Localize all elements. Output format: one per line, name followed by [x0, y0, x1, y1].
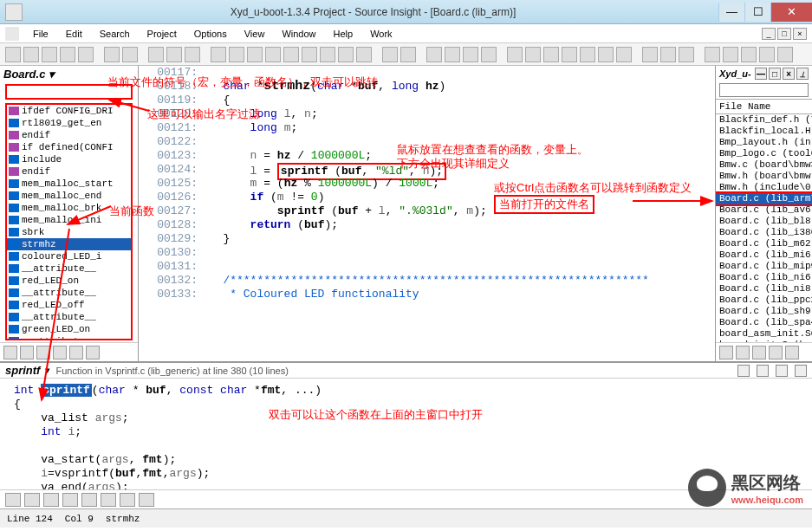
symbol-item[interactable]: __attribute__	[7, 287, 131, 299]
tool-g-icon[interactable]	[320, 47, 335, 62]
file-item[interactable]: Bmp_logo.c (tool6	[716, 148, 812, 159]
footer-btn-2[interactable]	[20, 346, 34, 359]
menu-search[interactable]: Search	[93, 27, 137, 41]
menu-file[interactable]: File	[26, 27, 55, 41]
tool-o-icon[interactable]	[580, 47, 595, 62]
file-panel-pin[interactable]: ⟂	[796, 68, 809, 80]
file-item[interactable]: Board.c (lib_sh9	[716, 306, 812, 317]
tool-find-icon[interactable]	[356, 47, 372, 62]
tool-s2-icon[interactable]	[723, 47, 738, 62]
tool-m-icon[interactable]	[543, 47, 559, 62]
footer-btn-5[interactable]	[69, 346, 83, 359]
footer-btn-6[interactable]	[86, 346, 100, 359]
file-item[interactable]: board_asm_init.S6	[716, 328, 812, 340]
file-panel-close[interactable]: ×	[783, 68, 795, 80]
tool-q2-icon[interactable]	[660, 47, 676, 62]
context-dropdown-icon[interactable]: ▾	[45, 365, 50, 376]
minimize-button[interactable]: —	[718, 3, 744, 22]
footer-btn-4[interactable]	[53, 346, 67, 359]
menu-options[interactable]: Options	[187, 27, 234, 41]
file-item[interactable]: Board.c (lib_i386	[716, 227, 812, 238]
footer-btn-3[interactable]	[36, 346, 50, 359]
tool-q1-icon[interactable]	[642, 47, 658, 62]
tool-j-icon[interactable]	[400, 47, 416, 62]
cf-btn-4[interactable]	[62, 493, 78, 507]
tool-d-icon[interactable]	[265, 47, 281, 62]
menu-window[interactable]: Window	[275, 27, 322, 41]
rf-btn-5[interactable]	[785, 346, 799, 359]
tool-up-icon[interactable]	[463, 47, 478, 62]
symbol-item[interactable]: endif	[7, 165, 131, 178]
file-item[interactable]: Board.c (lib_mip9	[716, 261, 812, 272]
symbol-item[interactable]: red_LED_off	[7, 299, 131, 311]
tool-b-icon[interactable]	[229, 47, 244, 62]
symbol-item[interactable]: __attribute__	[7, 335, 131, 340]
tool-close-icon[interactable]	[78, 47, 94, 62]
tool-back-icon[interactable]	[426, 47, 442, 62]
symbol-list[interactable]: ifdef CONFIG_DRIrtl8019_get_enendifif de…	[5, 103, 133, 340]
tool-about-icon[interactable]	[777, 47, 793, 62]
file-item[interactable]: Bmw.h (include\0	[716, 182, 812, 193]
symbol-item[interactable]: __attribute__	[7, 311, 131, 323]
tool-print-icon[interactable]	[104, 47, 120, 62]
ctx-btn-2[interactable]	[757, 365, 769, 377]
dropdown-icon[interactable]: ▾	[49, 68, 59, 81]
file-item[interactable]: Bmw.h (board\bmw)	[716, 171, 812, 182]
cf-btn-7[interactable]	[120, 493, 135, 507]
symbol-item[interactable]: coloured_LED_i	[7, 250, 131, 262]
symbol-item[interactable]: mem_malloc_brk	[7, 202, 131, 214]
file-item[interactable]: Board.c (lib_arm7	[716, 193, 812, 204]
symbol-item[interactable]: mem_malloc_end	[7, 190, 131, 202]
file-item[interactable]: Board.c (lib_av6	[716, 204, 812, 216]
ctx-btn-3[interactable]	[776, 365, 788, 377]
symbol-item[interactable]: include	[7, 153, 131, 165]
rf-btn-2[interactable]	[736, 346, 750, 359]
file-panel-max[interactable]: □	[769, 68, 781, 80]
file-item[interactable]: Bmp_layout.h (in	[716, 137, 812, 148]
tool-copy-icon[interactable]	[166, 47, 182, 62]
symbol-item[interactable]: ifdef CONFIG_DRI	[7, 105, 131, 117]
menu-view[interactable]: View	[237, 27, 272, 41]
tool-cut-icon[interactable]	[148, 47, 164, 62]
tool-k-icon[interactable]	[507, 47, 523, 62]
tool-n-icon[interactable]	[562, 47, 577, 62]
file-list[interactable]: Blackfin_def.h (7Blackfin_local.HBmp_lay…	[716, 114, 812, 342]
symbol-item[interactable]: green_LED_on	[7, 323, 131, 335]
code-content[interactable]: char *strmhz(char *buf, long hz) { long …	[203, 66, 715, 361]
menu-project[interactable]: Project	[140, 27, 184, 41]
ctx-btn-1[interactable]	[737, 365, 750, 377]
file-item[interactable]: Board.c (lib_mi6	[716, 249, 812, 261]
symbol-item[interactable]: red_LED_on	[7, 275, 131, 287]
mdi-close[interactable]: ×	[793, 28, 807, 40]
tool-e-icon[interactable]	[283, 47, 299, 62]
cf-btn-3[interactable]	[43, 493, 59, 507]
symbol-item[interactable]: if defined(CONFI	[7, 141, 131, 153]
file-item[interactable]: Blackfin_def.h (7	[716, 114, 812, 126]
menu-help[interactable]: Help	[327, 27, 361, 41]
symbol-item[interactable]: __attribute__	[7, 262, 131, 275]
tool-l-icon[interactable]	[525, 47, 541, 62]
file-item[interactable]: Board.c (lib_spa4	[716, 317, 812, 328]
file-item[interactable]: Board.c (lib_m62	[716, 238, 812, 249]
rf-btn-3[interactable]	[752, 346, 766, 359]
tool-r-icon[interactable]	[616, 47, 632, 62]
tool-open-icon[interactable]	[23, 47, 39, 62]
cf-btn-6[interactable]	[101, 493, 116, 507]
tool-q3-icon[interactable]	[679, 47, 694, 62]
file-item[interactable]: Board.c (lib_bl8	[716, 216, 812, 227]
code-editor[interactable]: 00117:00118:00119:00120:00121:00122:0012…	[139, 66, 715, 361]
cf-btn-8[interactable]	[139, 493, 154, 507]
symbol-item[interactable]: mem_malloc_start	[7, 178, 131, 190]
file-item[interactable]: Blackfin_local.H	[716, 126, 812, 137]
tool-a-icon[interactable]	[211, 47, 226, 62]
symbol-filter-input[interactable]	[5, 84, 133, 100]
tool-s1-icon[interactable]	[705, 47, 720, 62]
tool-i-icon[interactable]	[382, 47, 398, 62]
symbol-item[interactable]: rtl8019_get_en	[7, 117, 131, 129]
tool-h-icon[interactable]	[338, 47, 354, 62]
tool-help-icon[interactable]	[759, 47, 775, 62]
file-panel-min[interactable]: —	[755, 68, 767, 80]
close-button[interactable]: ✕	[770, 3, 812, 22]
symbol-item[interactable]: sbrk	[7, 226, 131, 238]
mdi-minimize[interactable]: _	[762, 28, 776, 40]
